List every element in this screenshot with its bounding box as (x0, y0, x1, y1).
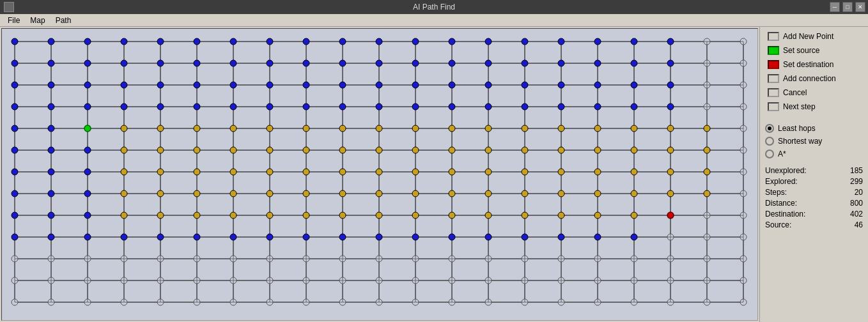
add-connection-button[interactable]: Add connection (765, 73, 863, 84)
radio-least-hops[interactable]: Least hops (765, 124, 863, 133)
set-source-button[interactable]: Set source (765, 45, 863, 56)
add-new-point-label: Add New Point (783, 32, 833, 41)
add-new-point-box (768, 32, 779, 41)
stat-unexplored: Unexplored: 185 (765, 166, 863, 175)
set-source-label: Set source (783, 46, 819, 55)
stat-explored: Explored: 299 (765, 177, 863, 186)
radio-astar-circle (765, 150, 774, 158)
stat-distance: Distance: 800 (765, 199, 863, 208)
add-connection-label: Add connection (783, 74, 836, 83)
add-connection-box (768, 74, 779, 83)
cancel-label: Cancel (783, 88, 807, 97)
set-destination-label: Set destination (783, 60, 833, 69)
stats-section: Unexplored: 185 Explored: 299 Steps: 20 … (765, 166, 863, 229)
stat-unexplored-label: Unexplored: (765, 166, 807, 175)
stat-source-value: 46 (855, 220, 863, 229)
stat-steps-label: Steps: (765, 188, 787, 197)
minimize-button[interactable]: ─ (830, 2, 840, 12)
menu-file[interactable]: File (3, 15, 25, 26)
stat-unexplored-value: 185 (850, 166, 863, 175)
next-step-box (768, 102, 779, 111)
canvas-area[interactable] (1, 28, 758, 321)
close-button[interactable]: ✕ (855, 2, 865, 12)
stat-distance-label: Distance: (765, 199, 797, 208)
radio-group: Least hops Shortest way A* (765, 124, 863, 158)
title-bar-controls[interactable]: ─ □ ✕ (830, 2, 865, 12)
menu-path[interactable]: Path (50, 15, 77, 26)
title-bar: AI Path Find ─ □ ✕ (0, 0, 868, 14)
maximize-button[interactable]: □ (842, 2, 853, 12)
grid-canvas[interactable] (2, 29, 758, 321)
app-icon (4, 2, 14, 12)
radio-shortest-way-circle (765, 137, 774, 146)
next-step-button[interactable]: Next step (765, 101, 863, 112)
radio-least-hops-circle (765, 124, 774, 133)
set-destination-button[interactable]: Set destination (765, 59, 863, 70)
radio-astar[interactable]: A* (765, 150, 863, 158)
cancel-box (768, 88, 779, 97)
right-panel: Add New Point Set source Set destination… (759, 27, 868, 322)
stat-source: Source: 46 (765, 220, 863, 229)
stat-steps-value: 20 (855, 188, 863, 197)
radio-astar-label: A* (778, 150, 786, 158)
stat-destination: Destination: 402 (765, 210, 863, 218)
title-bar-title: AI Path Find (413, 3, 455, 12)
radio-least-hops-label: Least hops (778, 124, 816, 133)
add-new-point-button[interactable]: Add New Point (765, 31, 863, 42)
main-content: Add New Point Set source Set destination… (0, 27, 868, 322)
set-source-box (768, 46, 779, 55)
menu-map[interactable]: Map (25, 15, 50, 26)
cancel-button[interactable]: Cancel (765, 87, 863, 98)
next-step-label: Next step (783, 102, 816, 111)
stat-explored-label: Explored: (765, 177, 798, 186)
stat-explored-value: 299 (850, 177, 863, 186)
stat-destination-label: Destination: (765, 210, 805, 218)
radio-shortest-way[interactable]: Shortest way (765, 137, 863, 146)
stat-steps: Steps: 20 (765, 188, 863, 197)
stat-distance-value: 800 (850, 199, 863, 208)
radio-shortest-way-label: Shortest way (778, 137, 822, 146)
menu-bar: File Map Path (0, 14, 868, 27)
stat-source-label: Source: (765, 220, 791, 229)
set-destination-box (768, 60, 779, 69)
stat-destination-value: 402 (850, 210, 863, 218)
